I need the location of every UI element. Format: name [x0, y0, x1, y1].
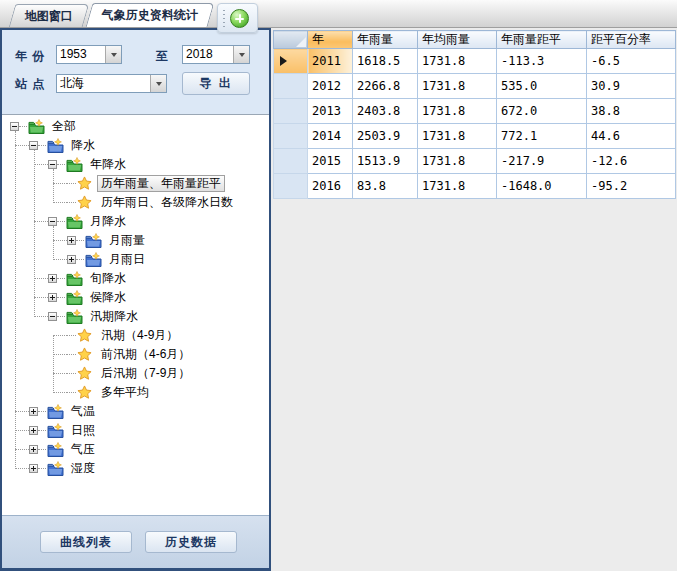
tree-item[interactable]: 侯降水: [2, 288, 269, 307]
tree-item-label[interactable]: 全部: [48, 118, 80, 135]
table-cell[interactable]: 44.6: [587, 124, 676, 149]
tree-item[interactable]: 月雨量: [2, 231, 269, 250]
export-button[interactable]: 导 出: [182, 72, 250, 95]
chevron-down-icon[interactable]: [233, 46, 249, 63]
tree-item-label[interactable]: 气压: [67, 441, 99, 458]
expand-icon[interactable]: [48, 274, 57, 283]
expand-icon[interactable]: [29, 445, 38, 454]
collapse-icon[interactable]: [10, 122, 19, 131]
tree-item[interactable]: 前汛期（4-6月）: [2, 345, 269, 364]
expand-icon[interactable]: [48, 293, 57, 302]
table-cell[interactable]: 2013: [308, 99, 353, 124]
table-cell[interactable]: 30.9: [587, 74, 676, 99]
table-cell[interactable]: 38.8: [587, 99, 676, 124]
history-data-button[interactable]: 历史数据: [145, 531, 237, 553]
table-cell[interactable]: -6.5: [587, 49, 676, 74]
table-cell[interactable]: 2016: [308, 174, 353, 199]
table-cell[interactable]: 1731.8: [418, 74, 497, 99]
table-cell[interactable]: -1648.0: [497, 174, 587, 199]
table-cell[interactable]: 1731.8: [418, 99, 497, 124]
table-cell[interactable]: 1513.9: [353, 149, 418, 174]
tree-item-label[interactable]: 侯降水: [86, 289, 130, 306]
tree-item[interactable]: 汛期降水: [2, 307, 269, 326]
tree-item-label[interactable]: 降水: [67, 137, 99, 154]
grid-corner-header select-all-corner[interactable]: [274, 31, 308, 49]
table-row[interactable]: 20151513.91731.8-217.9-12.6: [274, 149, 676, 174]
tree-item-label[interactable]: 汛期（4-9月）: [97, 327, 182, 344]
table-cell[interactable]: 1731.8: [418, 49, 497, 74]
tab-weather-history-stats[interactable]: 气象历史资料统计: [86, 3, 215, 27]
row-selector[interactable]: [274, 124, 308, 149]
tree-item[interactable]: 汛期（4-9月）: [2, 326, 269, 345]
table-cell[interactable]: 1731.8: [418, 124, 497, 149]
table-cell[interactable]: 1618.5: [353, 49, 418, 74]
column-header[interactable]: 距平百分率: [587, 31, 676, 49]
tree-item[interactable]: 月降水: [2, 212, 269, 231]
table-cell[interactable]: -95.2: [587, 174, 676, 199]
chevron-down-icon[interactable]: [105, 46, 121, 63]
tree-item[interactable]: 气压: [2, 440, 269, 459]
tree-item-label[interactable]: 多年平均: [97, 384, 153, 401]
tree-item-label[interactable]: 湿度: [67, 460, 99, 477]
table-cell[interactable]: 535.0: [497, 74, 587, 99]
tree-item[interactable]: 全部: [2, 117, 269, 136]
station-combobox[interactable]: 北海: [56, 74, 167, 93]
table-row[interactable]: 20132403.81731.8672.038.8: [274, 99, 676, 124]
table-cell[interactable]: 2403.8: [353, 99, 418, 124]
table-cell[interactable]: 1731.8: [418, 149, 497, 174]
tree-item-label[interactable]: 后汛期（7-9月）: [97, 365, 194, 382]
column-header[interactable]: 年雨量距平: [497, 31, 587, 49]
year-to-combobox[interactable]: 2018: [182, 45, 250, 64]
table-row[interactable]: 20111618.51731.8-113.3-6.5: [274, 49, 676, 74]
table-cell[interactable]: 1731.8: [418, 174, 497, 199]
column-header[interactable]: 年均雨量: [418, 31, 497, 49]
tree-item[interactable]: 多年平均: [2, 383, 269, 402]
table-cell[interactable]: 2266.8: [353, 74, 418, 99]
expand-icon[interactable]: [67, 255, 76, 264]
tree-item-label[interactable]: 汛期降水: [86, 308, 142, 325]
table-row[interactable]: 20142503.91731.8772.144.6: [274, 124, 676, 149]
tree-item[interactable]: 日照: [2, 421, 269, 440]
expand-icon[interactable]: [29, 464, 38, 473]
expand-icon[interactable]: [29, 407, 38, 416]
expand-icon[interactable]: [67, 236, 76, 245]
row-selector[interactable]: [274, 174, 308, 199]
tree-item-label[interactable]: 气温: [67, 403, 99, 420]
table-cell[interactable]: 83.8: [353, 174, 418, 199]
column-header[interactable]: 年: [308, 31, 353, 49]
table-cell[interactable]: 2014: [308, 124, 353, 149]
year-from-combobox[interactable]: 1953: [56, 45, 122, 64]
row-selector[interactable]: [274, 49, 308, 74]
tree-item[interactable]: 月雨日: [2, 250, 269, 269]
collapse-icon[interactable]: [29, 141, 38, 150]
expand-icon[interactable]: [29, 426, 38, 435]
add-tab-button plus-icon[interactable]: [230, 9, 249, 28]
tree-item-label[interactable]: 年降水: [86, 156, 130, 173]
row-selector[interactable]: [274, 99, 308, 124]
tree-item[interactable]: 气温: [2, 402, 269, 421]
tree-item-label[interactable]: 月雨日: [105, 251, 149, 268]
tree-item[interactable]: 历年雨日、各级降水日数: [2, 193, 269, 212]
curve-list-button[interactable]: 曲线列表: [40, 531, 132, 553]
row-selector[interactable]: [274, 149, 308, 174]
table-cell[interactable]: -12.6: [587, 149, 676, 174]
table-cell[interactable]: 772.1: [497, 124, 587, 149]
table-cell[interactable]: 2015: [308, 149, 353, 174]
table-row[interactable]: 20122266.81731.8535.030.9: [274, 74, 676, 99]
row-selector[interactable]: [274, 74, 308, 99]
table-cell[interactable]: -217.9: [497, 149, 587, 174]
column-header[interactable]: 年雨量: [353, 31, 418, 49]
chevron-down-icon[interactable]: [150, 75, 166, 92]
table-cell[interactable]: 2012: [308, 74, 353, 99]
tree-item-label[interactable]: 日照: [67, 422, 99, 439]
table-cell[interactable]: 672.0: [497, 99, 587, 124]
table-cell[interactable]: -113.3: [497, 49, 587, 74]
collapse-icon[interactable]: [48, 312, 57, 321]
tab-map-window[interactable]: 地图窗口: [9, 4, 90, 27]
tree-item[interactable]: 历年雨量、年雨量距平: [2, 174, 269, 193]
tree-item[interactable]: 湿度: [2, 459, 269, 478]
table-cell[interactable]: 2503.9: [353, 124, 418, 149]
tree-item-label[interactable]: 历年雨日、各级降水日数: [97, 194, 237, 211]
tree-item[interactable]: 后汛期（7-9月）: [2, 364, 269, 383]
tree-item-label[interactable]: 前汛期（4-6月）: [97, 346, 194, 363]
